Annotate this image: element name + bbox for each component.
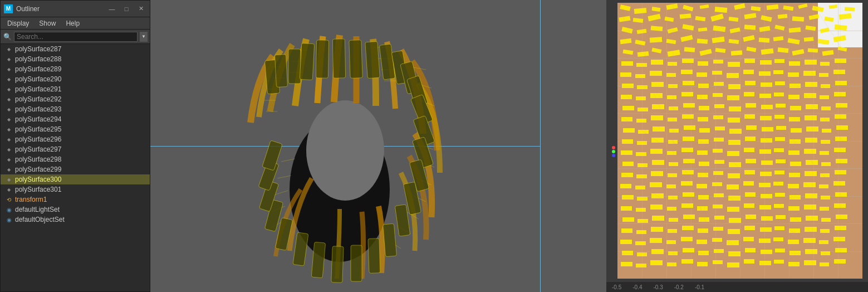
svg-rect-356 — [821, 218, 831, 222]
svg-rect-149 — [635, 74, 645, 78]
svg-rect-211 — [668, 118, 677, 121]
list-item[interactable]: polySurface287 — [1, 44, 150, 54]
item-type-icon — [5, 75, 13, 83]
list-item[interactable]: polySurface297 — [1, 144, 150, 154]
list-item[interactable]: polySurface300 — [1, 174, 150, 184]
svg-rect-170 — [728, 84, 741, 89]
svg-rect-140 — [728, 62, 740, 67]
viewport-3d[interactable] — [150, 0, 540, 292]
svg-rect-189 — [788, 95, 800, 99]
list-item[interactable]: polySurface299 — [1, 164, 150, 174]
svg-rect-143 — [774, 59, 784, 63]
svg-rect-37 — [379, 44, 395, 80]
list-item[interactable]: defaultLightSet — [1, 205, 150, 215]
list-item[interactable]: polySurface288 — [1, 54, 150, 64]
menu-help[interactable]: Help — [61, 18, 84, 28]
svg-rect-175 — [805, 82, 817, 87]
search-filter-dropdown[interactable]: ▼ — [140, 32, 148, 42]
list-item[interactable]: polySurface294 — [1, 114, 150, 124]
svg-rect-361 — [668, 229, 677, 233]
list-item[interactable]: polySurface298 — [1, 154, 150, 164]
item-label: polySurface296 — [15, 135, 61, 143]
svg-rect-110 — [729, 39, 739, 44]
svg-rect-218 — [774, 115, 784, 119]
outliner-list[interactable]: polySurface287polySurface288polySurface2… — [1, 44, 150, 291]
list-item[interactable]: defaultObjectSet — [1, 215, 150, 225]
svg-rect-195 — [652, 104, 664, 109]
svg-rect-198 — [699, 106, 709, 110]
svg-rect-326 — [821, 196, 830, 199]
svg-rect-394 — [714, 249, 724, 253]
svg-rect-135 — [651, 60, 663, 65]
svg-rect-411 — [744, 259, 754, 264]
svg-rect-142 — [760, 60, 772, 65]
svg-rect-325 — [805, 193, 817, 198]
svg-rect-35 — [349, 40, 362, 79]
svg-rect-366 — [744, 226, 755, 230]
svg-rect-260 — [727, 151, 739, 156]
svg-rect-405 — [650, 260, 663, 265]
svg-rect-406 — [667, 262, 676, 266]
svg-rect-251 — [821, 140, 830, 144]
svg-rect-248 — [775, 137, 785, 141]
svg-rect-101 — [820, 27, 830, 33]
svg-rect-192 — [834, 92, 846, 96]
list-item[interactable]: polySurface289 — [1, 64, 150, 74]
search-input[interactable] — [14, 32, 138, 42]
svg-rect-230 — [729, 129, 742, 134]
svg-rect-296 — [820, 173, 830, 177]
svg-rect-254 — [636, 152, 646, 156]
svg-rect-169 — [714, 82, 724, 86]
svg-rect-224 — [638, 130, 649, 134]
svg-rect-100 — [806, 26, 816, 31]
svg-rect-389 — [637, 252, 647, 256]
close-button[interactable]: ✕ — [135, 3, 146, 14]
svg-rect-75 — [648, 14, 660, 21]
svg-rect-364 — [713, 227, 723, 231]
svg-rect-335 — [727, 207, 739, 212]
svg-rect-249 — [789, 139, 801, 144]
svg-rect-362 — [682, 226, 694, 230]
svg-rect-245 — [728, 140, 741, 145]
item-type-icon — [5, 196, 13, 203]
svg-rect-357 — [836, 215, 847, 219]
svg-rect-87 — [839, 13, 852, 20]
svg-rect-293 — [774, 171, 784, 174]
item-label: polySurface287 — [15, 45, 61, 53]
svg-rect-171 — [745, 81, 756, 85]
svg-rect-231 — [746, 125, 757, 130]
svg-rect-289 — [713, 171, 723, 175]
svg-rect-201 — [746, 103, 756, 108]
svg-rect-284 — [636, 174, 647, 178]
svg-rect-347 — [683, 215, 695, 219]
list-item[interactable]: polySurface295 — [1, 124, 150, 134]
item-type-icon — [5, 85, 13, 93]
svg-rect-167 — [683, 81, 694, 85]
svg-rect-388 — [622, 251, 633, 255]
uv-editor-viewport[interactable]: -0.5 -0.4 -0.3 -0.2 -0.1 — [606, 0, 868, 292]
list-item[interactable]: polySurface296 — [1, 134, 150, 144]
svg-rect-91 — [668, 27, 678, 33]
minimize-button[interactable]: — — [106, 3, 117, 14]
menu-display[interactable]: Display — [3, 18, 33, 28]
svg-rect-370 — [805, 227, 817, 232]
list-item[interactable]: polySurface292 — [1, 94, 150, 104]
svg-rect-269 — [637, 163, 648, 167]
list-item[interactable]: polySurface291 — [1, 84, 150, 94]
item-label: polySurface289 — [15, 65, 61, 73]
svg-rect-413 — [774, 260, 784, 264]
list-item[interactable]: polySurface290 — [1, 74, 150, 84]
svg-rect-276 — [746, 159, 756, 163]
maximize-button[interactable]: □ — [121, 3, 132, 14]
svg-rect-332 — [681, 203, 693, 208]
item-type-icon — [5, 145, 13, 153]
menu-show[interactable]: Show — [35, 18, 60, 28]
list-item[interactable]: polySurface293 — [1, 104, 150, 114]
svg-rect-302 — [681, 181, 693, 186]
svg-rect-188 — [774, 93, 784, 96]
list-item[interactable]: polySurface301 — [1, 184, 150, 194]
list-item[interactable]: transform1 — [1, 194, 150, 205]
svg-rect-166 — [668, 84, 678, 88]
z-axis-dot — [612, 154, 615, 157]
svg-rect-111 — [743, 35, 754, 42]
